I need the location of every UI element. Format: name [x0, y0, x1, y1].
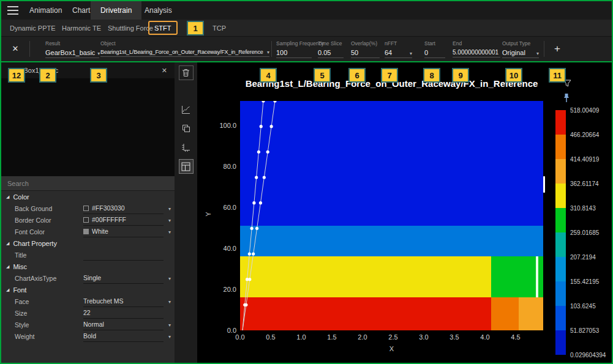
property-value-text: Bold	[83, 332, 96, 340]
sampling-frequency-field[interactable]: Sampling Frequency 100	[276, 40, 312, 58]
chevron-down-icon[interactable]: ▾	[168, 299, 171, 304]
output-type-value[interactable]: Original	[502, 49, 525, 56]
line-chart-button[interactable]	[179, 102, 194, 117]
property-row-title[interactable]: Title	[1, 249, 175, 261]
menu-drivetrain[interactable]: Drivetrain	[91, 1, 141, 20]
chevron-down-icon[interactable]: ▾	[168, 333, 171, 339]
color-checkbox[interactable]	[83, 217, 89, 223]
annotation-2: 2	[39, 68, 56, 83]
y-axis-ticks: 0.020.040.060.080.0100.0	[212, 101, 236, 330]
property-value[interactable]: Normal	[83, 319, 164, 330]
search-placeholder: Search	[7, 180, 29, 187]
start-value[interactable]: 0	[424, 49, 428, 56]
property-row-chartaxistype[interactable]: ChartAxisTypeSingle▾	[1, 272, 175, 284]
object-value[interactable]: Bearing1st_L/Bearing_Force_on_Outer_Race…	[100, 49, 263, 55]
annotation-5: 5	[314, 68, 331, 83]
sampling-frequency-label: Sampling Frequency	[276, 40, 312, 46]
hamburger-menu-icon[interactable]	[7, 6, 18, 15]
start-field[interactable]: Start 0	[424, 40, 445, 58]
tab-dynamic-ppte[interactable]: Dynamic PPTE	[10, 20, 56, 37]
time-slice-value[interactable]: 0.05	[318, 49, 331, 56]
color-checkbox[interactable]	[83, 206, 89, 211]
chevron-down-icon[interactable]: ▾	[97, 51, 100, 56]
property-row-face[interactable]: FaceTrebuchet MS▾	[1, 295, 175, 307]
property-row-back-ground[interactable]: Back Ground#FF303030▾	[1, 202, 175, 214]
property-value[interactable]: White	[83, 226, 164, 237]
close-icon[interactable]: ✕	[162, 67, 167, 75]
tab-shuttling-force[interactable]: Shuttling Force	[108, 20, 153, 37]
x-tick-label: 2.5	[388, 333, 397, 341]
x-tick-label: 1.5	[327, 333, 336, 341]
property-row-font-color[interactable]: Font ColorWhite▾	[1, 226, 175, 237]
dock-layout-button[interactable]	[179, 159, 194, 174]
property-value[interactable]: Trebuchet MS	[83, 295, 164, 307]
property-grid: ◢ColorBack Ground#FF303030▾Border Color#…	[1, 191, 175, 363]
property-group-color[interactable]: ◢Color	[1, 191, 175, 202]
object-label: Object	[100, 40, 269, 46]
output-type-field[interactable]: Output Type Original▾	[502, 40, 539, 58]
property-group-chart-property[interactable]: ◢Chart Property	[1, 237, 175, 249]
property-label: ChartAxisType	[15, 275, 83, 282]
property-row-border-color[interactable]: Border Color#00FFFFFF▾	[1, 214, 175, 226]
result-value[interactable]: GearBox1_basic	[45, 49, 95, 56]
property-group-misc[interactable]: ◢Misc	[1, 261, 175, 272]
colorbar-labels: 518.00409466.20664414.40919362.61174310.…	[570, 110, 609, 355]
overlap-value[interactable]: 50	[351, 49, 358, 56]
toolbar-separator	[271, 41, 272, 57]
pin-icon[interactable]	[563, 93, 570, 103]
heatmap-band	[536, 256, 538, 297]
property-row-style[interactable]: StyleNormal▾	[1, 319, 175, 330]
overlap-field[interactable]: Overlap(%) 50	[351, 40, 380, 58]
result-field[interactable]: Result GearBox1_basic▾	[45, 40, 99, 58]
annotation-8: 8	[423, 68, 440, 83]
object-field[interactable]: Object Bearing1st_L/Bearing_Force_on_Out…	[100, 40, 269, 57]
nfft-field[interactable]: nFFT 64▾	[385, 40, 412, 58]
nfft-value[interactable]: 64	[385, 49, 392, 56]
time-slice-field[interactable]: Time Slice 0.05	[318, 40, 344, 58]
property-value-text: 22	[83, 309, 91, 316]
property-row-weight[interactable]: WeightBold▾	[1, 330, 175, 342]
tab-tcp[interactable]: TCP	[212, 20, 226, 37]
chevron-down-icon[interactable]: ▾	[168, 217, 171, 223]
colorbar-label: 207.2194	[570, 254, 596, 261]
chart-tab[interactable]: GearBox1_basic ✕	[1, 62, 175, 78]
property-value[interactable]: 22	[83, 307, 164, 319]
expander-icon[interactable]: ◢	[6, 288, 9, 292]
heatmap[interactable]	[240, 101, 543, 330]
menu-analysis[interactable]: Analysis	[135, 1, 182, 20]
chevron-down-icon[interactable]: ▾	[267, 50, 269, 55]
property-row-size[interactable]: Size22	[1, 307, 175, 319]
end-field[interactable]: End 5.000000000001	[453, 40, 500, 58]
property-value[interactable]	[83, 249, 164, 261]
chevron-down-icon[interactable]: ▾	[536, 51, 539, 56]
expander-icon[interactable]: ◢	[6, 241, 9, 246]
property-value[interactable]: Bold	[83, 330, 164, 342]
colorbar-segment	[555, 232, 566, 257]
sampling-frequency-value[interactable]: 100	[276, 49, 287, 56]
property-value[interactable]: #FF303030	[83, 202, 164, 214]
group-label: Font	[13, 286, 26, 294]
x-tick-label: 0.5	[266, 333, 275, 341]
expander-icon[interactable]: ◢	[6, 264, 9, 269]
chevron-down-icon[interactable]: ▾	[168, 206, 171, 211]
copy-chart-button[interactable]	[179, 121, 194, 136]
tab-harmonic-te[interactable]: Harmonic TE	[62, 20, 101, 37]
property-value[interactable]: Single	[83, 272, 164, 284]
chevron-down-icon[interactable]: ▾	[168, 322, 171, 327]
chevron-down-icon[interactable]: ▾	[168, 229, 171, 234]
property-value[interactable]: #00FFFFFF	[83, 214, 164, 226]
colorbar-handle[interactable]	[543, 176, 545, 193]
delete-chart-button[interactable]	[179, 65, 194, 80]
property-label: Back Ground	[15, 205, 83, 212]
expander-icon[interactable]: ◢	[6, 195, 9, 199]
property-group-font[interactable]: ◢Font	[1, 284, 175, 295]
add-chart-button[interactable]: +	[550, 37, 565, 61]
chevron-down-icon[interactable]: ▾	[410, 51, 412, 56]
colorbar-segment	[555, 306, 566, 330]
end-value[interactable]: 5.000000000001	[453, 49, 498, 56]
colorbar-segment	[555, 330, 566, 355]
axis-settings-button[interactable]	[179, 140, 194, 155]
chevron-down-icon[interactable]: ▾	[168, 275, 171, 281]
close-button[interactable]: ✕	[9, 37, 22, 61]
search-input[interactable]: Search	[1, 176, 175, 191]
